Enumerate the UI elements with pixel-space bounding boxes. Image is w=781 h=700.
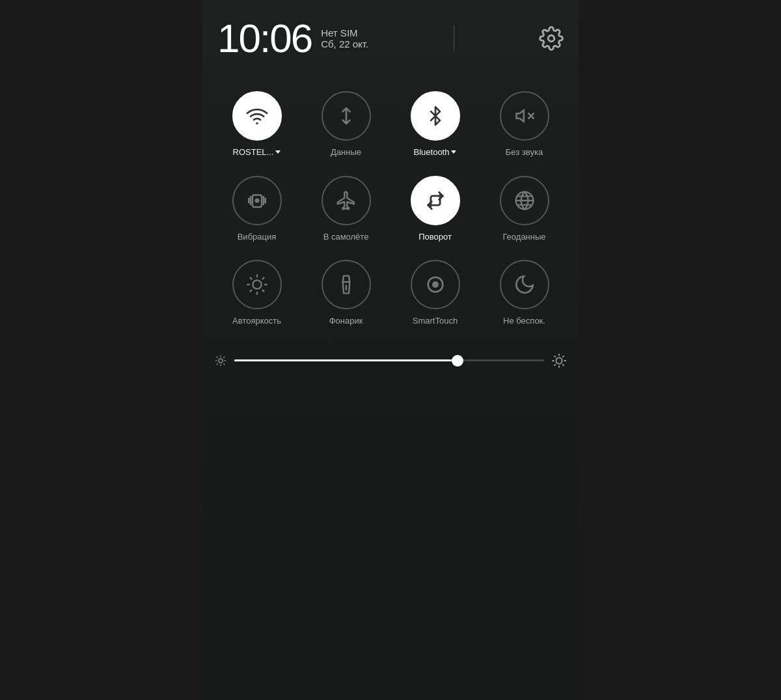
svg-line-36 [563,356,564,357]
svg-point-7 [253,281,261,289]
silent-tile[interactable]: Без звука [489,85,560,164]
svg-line-32 [563,365,564,365]
smarttouch-tile[interactable]: SmartTouch [400,253,471,333]
flashlight-icon-circle [322,260,371,309]
vibration-icon-circle [232,176,282,225]
phone-screen: 10:06 Нет SIM Сб, 22 окт. [202,0,579,700]
settings-button[interactable] [539,26,564,51]
vibration-tile[interactable]: Вибрация [221,169,293,249]
date-section: Нет SIM Сб, 22 окт. [321,27,368,49]
svg-line-22 [217,357,217,357]
autobrightness-icon-circle [232,260,282,309]
airplane-label: В самолёте [323,232,369,242]
data-icon-circle [322,91,371,141]
svg-point-18 [432,281,439,288]
svg-point-0 [548,35,555,42]
bluetooth-tile[interactable]: Bluetooth [400,85,471,164]
svg-line-23 [224,364,225,365]
rotation-icon-circle [411,176,460,225]
svg-line-35 [555,365,555,365]
geodata-label: Геоданные [502,232,545,242]
dnd-tile[interactable]: Не беспок. [489,253,560,333]
svg-line-27 [224,357,225,357]
geodata-tile[interactable]: Геоданные [489,169,560,249]
brightness-fill [234,359,458,361]
smarttouch-icon-circle [411,260,460,309]
svg-point-5 [254,198,259,203]
svg-point-19 [219,359,223,363]
autobrightness-tile[interactable]: Автояркость [221,253,293,333]
silent-icon-circle [500,91,549,141]
bluetooth-icon-circle [411,91,460,141]
time-section: 10:06 Нет SIM Сб, 22 окт. [217,18,368,59]
dnd-icon-circle [500,260,549,309]
tiles-row-1: ROSTEL... Данные [212,85,569,164]
airplane-tile[interactable]: В самолёте [310,169,382,249]
wifi-arrow [275,150,281,154]
brightness-max-icon [552,354,566,368]
wifi-tile[interactable]: ROSTEL... [221,85,293,164]
brightness-min-icon [215,355,226,367]
svg-line-14 [250,290,251,292]
tiles-row-3: Автояркость Фонарик [212,253,569,333]
airplane-icon-circle [322,176,371,225]
dnd-label: Не беспок. [503,316,545,326]
geodata-icon-circle [500,176,549,225]
svg-line-31 [555,356,555,357]
tiles-row-2: Вибрация В самолёте [212,169,569,249]
smarttouch-label: SmartTouch [413,316,458,326]
status-bar: 10:06 Нет SIM Сб, 22 окт. [202,0,579,72]
svg-point-1 [256,122,258,124]
data-tile[interactable]: Данные [310,85,382,164]
autobrightness-label: Автояркость [232,316,281,326]
rotation-tile[interactable]: Поворот [400,169,471,249]
rotation-label: Поворот [418,232,452,242]
svg-line-11 [262,290,264,292]
brightness-slider[interactable] [234,359,544,361]
status-divider [454,25,454,51]
brightness-row [202,338,579,384]
svg-line-10 [250,278,251,279]
flashlight-label: Фонарик [329,316,363,326]
flashlight-tile[interactable]: Фонарик [310,253,382,333]
data-label: Данные [331,147,361,157]
vibration-label: Вибрация [238,232,277,242]
wifi-icon-circle [232,91,282,141]
svg-line-26 [217,364,217,365]
date-label: Сб, 22 окт. [321,38,368,49]
brightness-thumb[interactable] [452,355,463,367]
wifi-label: ROSTEL... [233,147,281,157]
bluetooth-label: Bluetooth [414,147,457,157]
clock: 10:06 [217,18,312,59]
silent-label: Без звука [506,147,543,158]
svg-line-15 [262,278,264,279]
no-sim-label: Нет SIM [321,27,368,38]
svg-point-28 [556,357,562,363]
bluetooth-arrow [451,150,456,154]
quick-settings-panel: ROSTEL... Данные [202,72,579,333]
